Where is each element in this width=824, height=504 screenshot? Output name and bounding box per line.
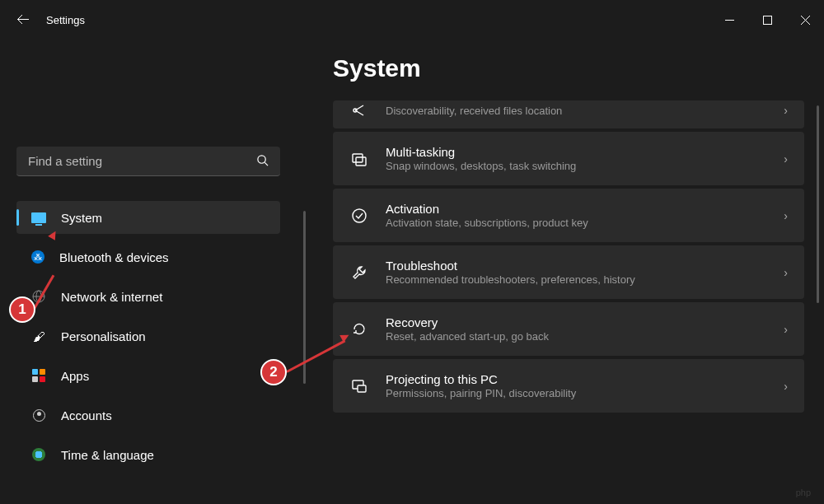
card-subtitle: Activation state, subscriptions, product… <box>386 217 767 229</box>
sidebar-item-label: System <box>61 211 102 225</box>
title-bar: 🡠 Settings <box>0 0 824 40</box>
recovery-icon <box>349 321 369 338</box>
brush-icon: 🖌 <box>31 329 46 343</box>
sidebar-item-label: Network & internet <box>61 290 162 304</box>
close-icon <box>801 16 810 25</box>
card-title: Activation <box>386 202 767 216</box>
svg-line-5 <box>265 162 268 166</box>
chevron-right-icon: › <box>784 323 788 336</box>
sidebar-item-time[interactable]: Time & language <box>16 438 280 471</box>
svg-rect-0 <box>725 20 734 21</box>
svg-rect-10 <box>356 157 366 166</box>
annotation-badge-1: 1 <box>9 296 35 323</box>
main-scrollbar[interactable] <box>817 105 819 303</box>
card-title: Multi-tasking <box>386 145 767 159</box>
chevron-right-icon: › <box>784 152 788 166</box>
chevron-right-icon: › <box>784 104 788 117</box>
activation-icon <box>349 208 369 224</box>
sidebar-item-accounts[interactable]: Accounts <box>16 399 280 432</box>
svg-rect-13 <box>358 385 366 392</box>
svg-rect-9 <box>353 154 363 162</box>
card-title: Troubleshoot <box>386 259 767 273</box>
window-controls <box>710 7 824 33</box>
card-title: Projecting to this PC <box>386 372 767 386</box>
sidebar-item-label: Bluetooth & devices <box>59 250 169 264</box>
svg-point-11 <box>353 209 366 222</box>
sidebar-item-label: Time & language <box>61 448 154 462</box>
card-subtitle: Snap windows, desktops, task switching <box>386 160 767 172</box>
accounts-icon <box>31 408 46 422</box>
sidebar-item-system[interactable]: System <box>16 201 280 234</box>
sidebar-item-personalisation[interactable]: 🖌 Personalisation <box>16 320 280 352</box>
page-title: System <box>333 54 804 82</box>
recovery-card[interactable]: Recovery Reset, advanced start-up, go ba… <box>333 302 804 356</box>
maximize-icon <box>763 16 772 25</box>
multitasking-card[interactable]: Multi-tasking Snap windows, desktops, ta… <box>333 132 804 185</box>
share-icon <box>349 102 369 119</box>
activation-card[interactable]: Activation Activation state, subscriptio… <box>333 189 804 242</box>
card-subtitle: Reset, advanced start-up, go back <box>386 330 767 343</box>
sidebar-item-bluetooth[interactable]: ⁂ Bluetooth & devices <box>16 240 280 273</box>
multitask-icon <box>349 151 369 167</box>
minimize-icon <box>725 20 734 21</box>
search-box[interactable] <box>16 147 280 176</box>
back-button[interactable]: 🡠 <box>16 12 30 27</box>
search-icon <box>256 154 269 169</box>
maximize-button[interactable] <box>748 7 786 33</box>
card-title: Recovery <box>386 315 767 329</box>
close-button[interactable] <box>786 7 824 33</box>
sidebar-item-apps[interactable]: Apps <box>16 359 280 392</box>
chevron-right-icon: › <box>784 380 788 393</box>
projecting-icon <box>349 378 369 394</box>
projecting-card[interactable]: Projecting to this PC Permissions, pairi… <box>333 359 804 413</box>
sidebar-item-label: Accounts <box>61 408 112 422</box>
annotation-badge-2: 2 <box>260 359 287 385</box>
card-subtitle: Discoverability, received files location <box>386 105 767 117</box>
svg-rect-1 <box>763 16 771 24</box>
svg-point-4 <box>258 155 265 162</box>
app-title: Settings <box>46 14 85 26</box>
sidebar-item-label: Personalisation <box>61 329 146 343</box>
card-subtitle: Permissions, pairing PIN, discoverabilit… <box>386 387 767 399</box>
troubleshoot-icon <box>349 264 369 281</box>
search-input[interactable] <box>28 154 256 168</box>
troubleshoot-card[interactable]: Troubleshoot Recommended troubleshooters… <box>333 245 804 299</box>
system-icon <box>31 210 46 225</box>
card-subtitle: Recommended troubleshooters, preferences… <box>386 273 767 286</box>
sidebar: System ⁂ Bluetooth & devices Network & i… <box>0 40 297 504</box>
chevron-right-icon: › <box>784 266 788 279</box>
minimize-button[interactable] <box>710 7 748 33</box>
nav-list: System ⁂ Bluetooth & devices Network & i… <box>16 201 280 471</box>
apps-icon <box>31 368 46 383</box>
watermark: php <box>796 488 811 497</box>
sidebar-item-label: Apps <box>61 369 89 383</box>
account-area <box>16 48 280 147</box>
sidebar-item-network[interactable]: Network & internet <box>16 280 280 313</box>
nearby-sharing-card[interactable]: Discoverability, received files location… <box>333 100 804 128</box>
sidebar-scrollbar[interactable] <box>303 211 306 384</box>
bluetooth-icon: ⁂ <box>31 250 44 264</box>
time-icon <box>31 447 46 462</box>
chevron-right-icon: › <box>784 209 788 222</box>
main-content: System Discoverability, received files l… <box>297 40 824 504</box>
